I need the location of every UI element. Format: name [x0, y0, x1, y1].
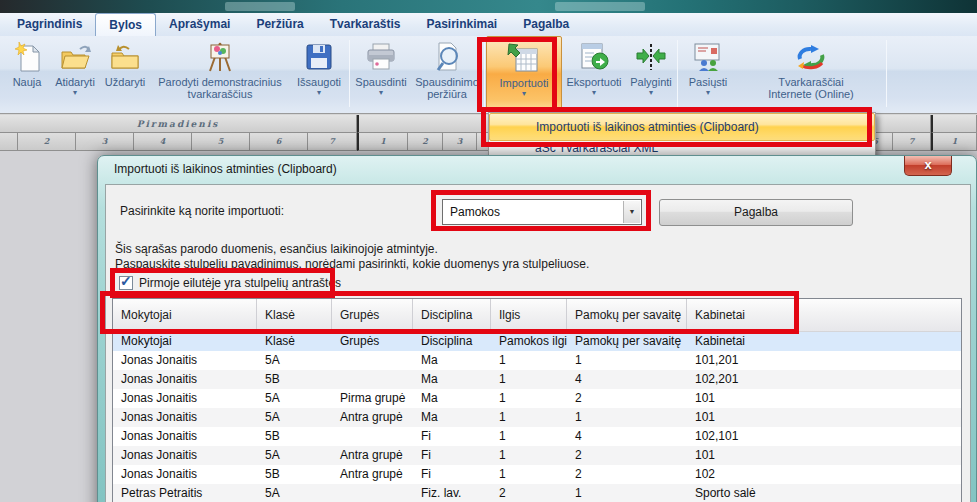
help-button[interactable]: Pagalba — [659, 199, 853, 226]
table-cell: Jonas Jonaitis — [113, 446, 257, 465]
ribbon-button-label: Palyginti — [630, 76, 672, 88]
tab-pasirinkimai[interactable]: Pasirinkimai — [413, 13, 510, 36]
background-window-titlebar — [0, 0, 977, 13]
tab-tvarkaraštis[interactable]: Tvarkaraštis — [317, 13, 414, 36]
table-row[interactable]: Petras Petraitis5AFiz. lav.21Sporto salė — [113, 484, 961, 502]
import-icon — [507, 40, 541, 76]
table-cell: 5B — [257, 370, 332, 389]
ribbon-button-label: Spausdinimo peržiūra — [415, 76, 479, 100]
grid-number-cell: 6 — [250, 133, 308, 151]
table-cell: 2 — [491, 484, 567, 502]
chevron-down-icon: ▾ — [706, 88, 710, 97]
table-cell: Klasė — [257, 332, 332, 351]
grid-number-cell: 4 — [134, 133, 192, 151]
table-cell: 1 — [567, 484, 687, 502]
close-icon: x — [924, 157, 931, 172]
table-header-row: MokytojaiKlasėGrupėsDisciplinaIlgisPamok… — [113, 299, 961, 332]
titlebar-blob — [555, 2, 645, 11]
ribbon-button-issaugoti[interactable]: Išsaugoti ▾ — [290, 36, 348, 112]
ribbon-button-label: Spausdinti — [355, 76, 406, 88]
info-line-2: Paspauskite stulpelių pavadinimus, norėd… — [115, 257, 589, 271]
table-cell — [332, 484, 413, 502]
table-row[interactable]: Jonas Jonaitis5AAntra grupėMa11101 — [113, 408, 961, 427]
ribbon-button-importuoti[interactable]: Importuoti ▾ — [486, 36, 562, 112]
ribbon-button-label: Atidaryti — [55, 76, 95, 88]
chevron-down-icon: ▾ — [379, 88, 383, 97]
table-cell: 4 — [567, 427, 687, 446]
grid-number-cell: 7 — [308, 133, 357, 151]
ribbon-button-parodyti-demonstracinius[interactable]: Parodyti demonstracinius tvarkaraščius — [150, 36, 290, 112]
ribbon-group-separator — [677, 40, 678, 107]
table-cell: Jonas Jonaitis — [113, 465, 257, 484]
table-cell: Antra grupė — [332, 408, 413, 427]
table-row[interactable]: Jonas Jonaitis5BAntra grupėFi12102 — [113, 465, 961, 484]
ribbon-button-spausdinimo-perziura[interactable]: Spausdinimo peržiūra — [411, 36, 483, 112]
ribbon-button-label: Išsaugoti — [297, 76, 341, 88]
grid-number-cell: 2 — [18, 133, 76, 151]
chevron-down-icon: ▾ — [649, 88, 653, 97]
table-cell — [332, 427, 413, 446]
table-cell: Petras Petraitis — [113, 484, 257, 502]
ribbon-button-pasiusti[interactable]: Pasiųsti ▾ — [679, 36, 737, 112]
table-cell: 5B — [257, 465, 332, 484]
print-icon — [364, 39, 398, 75]
column-header[interactable]: Mokytojai — [113, 299, 257, 331]
table-cell: 2 — [567, 465, 687, 484]
table-body: MokytojaiKlasėGrupėsDisciplinaPamokos il… — [113, 332, 961, 502]
table-row[interactable]: Jonas Jonaitis5AMa11101,201 — [113, 351, 961, 370]
column-header[interactable]: Ilgis — [491, 299, 567, 331]
grid-day-cell — [931, 115, 977, 133]
table-cell: 1 — [491, 389, 567, 408]
ribbon-group-separator — [886, 40, 887, 107]
table-cell: 2 — [567, 446, 687, 465]
ribbon-button-atidaryti[interactable]: Atidaryti ▾ — [50, 36, 100, 112]
close-button[interactable]: x — [904, 156, 952, 176]
column-header[interactable]: Grupės — [332, 299, 413, 331]
select-import-label: Pasirinkite ką norite importuoti: — [120, 204, 284, 218]
save-icon — [304, 39, 334, 75]
online-sync-icon — [791, 39, 831, 75]
ribbon-button-tvarkarasciai-internete[interactable]: Tvarkaraščiai Internete (Online) — [737, 36, 885, 112]
table-cell: Kabinetai — [687, 332, 795, 351]
first-row-headers-checkbox[interactable]: ✓ — [119, 276, 133, 290]
tab-pagrindinis[interactable]: Pagrindinis — [4, 13, 95, 36]
ribbon-button-spausdinti[interactable]: Spausdinti ▾ — [351, 36, 411, 112]
import-type-combobox[interactable]: Pamokos ▼ — [442, 199, 642, 225]
table-row[interactable]: Jonas Jonaitis5BFi14102,101 — [113, 427, 961, 446]
table-cell: 1 — [491, 351, 567, 370]
table-row[interactable]: Jonas Jonaitis5BMa14102,201 — [113, 370, 961, 389]
export-icon — [578, 39, 610, 75]
tab-peržiūra[interactable]: Peržiūra — [243, 13, 316, 36]
table-cell: 102,101 — [687, 427, 795, 446]
table-cell: 1 — [491, 408, 567, 427]
combobox-value: Pamokos — [450, 205, 500, 219]
tab-pagalba[interactable]: Pagalba — [510, 13, 582, 36]
ribbon-button-palyginti[interactable]: Palyginti ▾ — [626, 36, 676, 112]
column-header[interactable]: Pamokų per savaitę — [567, 299, 687, 331]
table-cell: Ma — [413, 408, 491, 427]
combobox-arrow-icon[interactable]: ▼ — [623, 201, 640, 223]
table-row[interactable]: MokytojaiKlasėGrupėsDisciplinaPamokos il… — [113, 332, 961, 351]
tab-bylos[interactable]: Bylos — [95, 13, 156, 36]
chevron-down-icon: ▾ — [317, 88, 321, 97]
column-header[interactable]: Kabinetai — [687, 299, 795, 331]
column-header[interactable]: Disciplina — [413, 299, 491, 331]
ribbon-button-eksportuoti[interactable]: Eksportuoti ▾ — [562, 36, 626, 112]
grid-number-cell: 1 — [357, 133, 408, 151]
chevron-down-icon: ▾ — [592, 88, 596, 97]
menu-item-import-clipboard[interactable]: Importuoti iš laikinos atminties (Clipbo… — [489, 113, 875, 141]
import-clipboard-dialog: Importuoti iš laikinos atminties (Clipbo… — [97, 155, 977, 502]
table-row[interactable]: Jonas Jonaitis5APirma grupėMa12101 — [113, 389, 961, 408]
screen: PagrindinisBylosAprašymaiPeržiūraTvarkar… — [0, 0, 977, 502]
ribbon-button-nauja[interactable]: Nauja — [4, 36, 50, 112]
table-row[interactable]: Jonas Jonaitis5AAntra grupėFi12101 — [113, 446, 961, 465]
grid-number-cell: 7 — [893, 133, 931, 151]
ribbon-button-uzdaryti[interactable]: Uždaryti — [100, 36, 150, 112]
table-cell: Jonas Jonaitis — [113, 370, 257, 389]
table-cell: 5A — [257, 408, 332, 427]
table-cell: 101 — [687, 446, 795, 465]
check-icon: ✓ — [120, 273, 132, 289]
column-header[interactable]: Klasė — [257, 299, 332, 331]
tab-aprašymai[interactable]: Aprašymai — [156, 13, 243, 36]
send-icon — [691, 39, 725, 75]
